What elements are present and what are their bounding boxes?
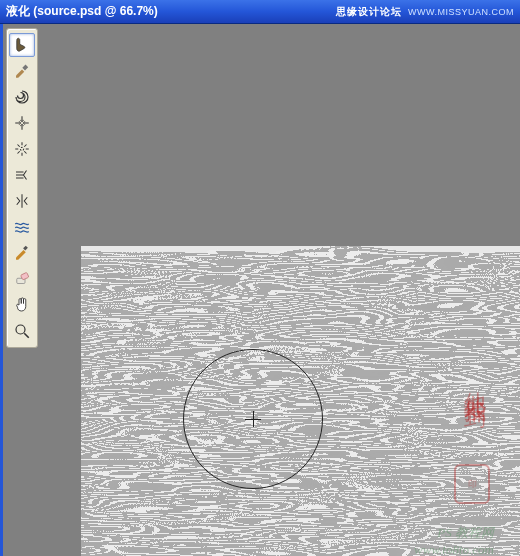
finger-push-icon (13, 36, 31, 54)
thaw-mask-tool[interactable] (9, 267, 35, 291)
waves-icon (13, 218, 31, 236)
pencil-fill-icon (13, 244, 31, 262)
spiral-icon (13, 88, 31, 106)
wavy-lines-texture (81, 246, 520, 556)
mirror-tool[interactable] (9, 189, 35, 213)
content-area: 他处找不到 印 PS 教程网 www.to8to.com (0, 24, 520, 556)
brush-icon (13, 62, 31, 80)
push-left-tool[interactable] (9, 163, 35, 187)
hand-tool[interactable] (9, 293, 35, 317)
reconstruct-tool[interactable] (9, 59, 35, 83)
branding: 思缘设计论坛 WWW.MISSYUAN.COM (336, 5, 514, 19)
bloat-tool[interactable] (9, 137, 35, 161)
canvas-viewport[interactable] (43, 28, 520, 556)
push-left-icon (13, 166, 31, 184)
artwork-layer (81, 246, 520, 556)
magnifier-icon (13, 322, 31, 340)
zoom-tool[interactable] (9, 319, 35, 343)
bloat-icon (13, 140, 31, 158)
eraser-icon (13, 270, 31, 288)
brand-site-url: WWW.MISSYUAN.COM (408, 7, 514, 17)
pucker-icon (13, 114, 31, 132)
window-title: 液化 (source.psd @ 66.7%) (6, 3, 158, 20)
twirl-cw-tool[interactable] (9, 85, 35, 109)
svg-rect-2 (23, 246, 28, 251)
freeze-mask-tool[interactable] (9, 241, 35, 265)
svg-rect-0 (22, 65, 28, 71)
svg-line-6 (24, 333, 29, 338)
turbulence-tool[interactable] (9, 215, 35, 239)
brand-site-name: 思缘设计论坛 (336, 5, 402, 19)
svg-point-1 (20, 147, 23, 150)
mirror-icon (13, 192, 31, 210)
forward-warp-tool[interactable] (9, 33, 35, 57)
svg-point-5 (16, 325, 25, 334)
title-bar: 液化 (source.psd @ 66.7%) 思缘设计论坛 WWW.MISSY… (0, 0, 520, 24)
liquify-toolbox (6, 28, 38, 348)
pucker-tool[interactable] (9, 111, 35, 135)
hand-icon (13, 296, 31, 314)
